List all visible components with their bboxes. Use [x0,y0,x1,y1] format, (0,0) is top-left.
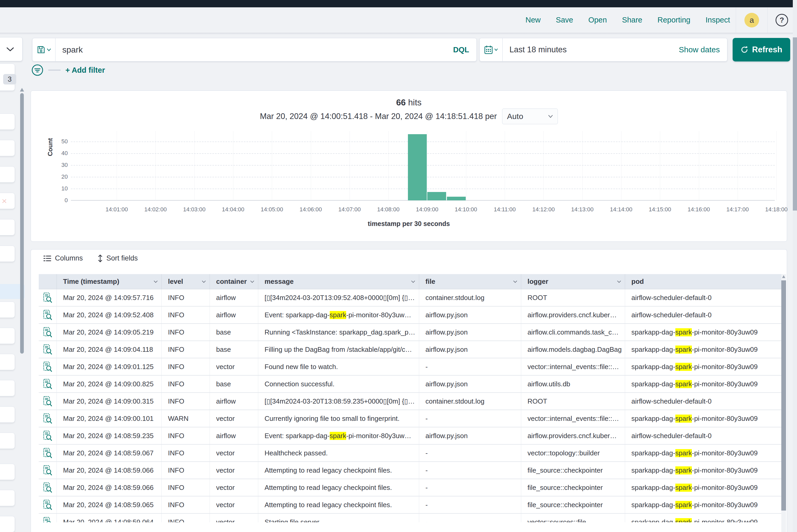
cell-pod: sparkapp-dag-spark-pi-monitor-80y3uw09 [625,445,781,461]
cell-time: Mar 20, 2024 @ 14:09:04.118 [57,341,162,358]
field-card-stub[interactable] [0,114,15,130]
expand-document-button[interactable] [39,393,57,410]
columns-button[interactable]: Columns [43,254,83,262]
cell-container: vector [209,479,258,496]
query-language-button[interactable]: DQL [453,45,477,54]
table-row: Mar 20, 2024 @ 14:09:00.315INFOairflow[▯… [39,393,781,410]
show-dates-button[interactable]: Show dates [679,45,727,54]
x-axis-tick-label: 14:04:00 [222,206,244,213]
nav-link-inspect[interactable]: Inspect [706,16,730,24]
expand-document-button[interactable] [39,324,57,341]
chevron-down-icon[interactable] [513,280,517,283]
column-header-message[interactable]: message [258,274,419,289]
expand-document-button[interactable] [39,358,57,375]
field-card-stub[interactable]: × [0,193,15,209]
nav-link-save[interactable]: Save [556,16,573,24]
avatar[interactable]: a [744,13,759,27]
cell-logger: file_source::checkpointer [521,462,625,479]
field-card-stub[interactable] [0,328,15,344]
chevron-down-icon[interactable] [411,280,415,283]
cell-logger: vector::internal_events::file::… [521,410,625,427]
cell-file: airflow.py.json [419,324,521,341]
column-header-file[interactable]: file [419,274,521,289]
field-card-stub[interactable] [0,354,15,370]
histogram-bar[interactable] [427,192,446,201]
date-quick-select-button[interactable] [480,38,503,61]
field-card-stub[interactable] [0,140,15,156]
chevron-down-icon [548,115,553,118]
nav-link-share[interactable]: Share [622,16,642,24]
page-scrollbar-thumb[interactable] [793,37,797,211]
chevron-down-icon[interactable] [250,280,254,283]
search-input[interactable]: spark [55,45,453,55]
time-range-text: Mar 20, 2024 @ 14:00:51.418 - Mar 20, 20… [260,112,497,121]
expand-document-button[interactable] [39,428,57,444]
expand-document-button[interactable] [39,289,57,306]
chevron-down-icon[interactable] [153,280,158,283]
field-card-stub[interactable] [0,219,15,235]
expand-document-button[interactable] [39,479,57,496]
field-card-stub[interactable] [0,380,15,396]
refresh-button[interactable]: Refresh [733,38,790,61]
nav-link-reporting[interactable]: Reporting [657,16,690,24]
column-header-level[interactable]: level [162,274,209,289]
chevron-down-icon[interactable] [617,280,621,283]
histogram-plot: 14:01:0014:02:0014:03:0014:04:0014:05:00… [71,131,775,201]
nav-link-open[interactable]: Open [588,16,607,24]
expand-document-button[interactable] [39,445,57,461]
saved-query-menu-button[interactable] [33,38,55,61]
column-header-time-timestamp[interactable]: Time (timestamp) [57,274,162,289]
cell-container: vector [209,514,258,522]
column-header-logger[interactable]: logger [521,274,625,289]
cell-level: INFO [162,514,209,522]
hits-count: 66 [396,98,406,107]
interval-select[interactable]: Auto [502,109,558,124]
collapse-sidebar-button[interactable] [0,37,22,61]
expand-document-button[interactable] [39,410,57,427]
nav-link-new[interactable]: New [525,16,541,24]
expand-document-button[interactable] [39,341,57,358]
field-card-stub[interactable] [0,406,15,423]
cell-level: INFO [162,376,209,392]
x-axis-tick-label: 14:18:00 [765,206,787,213]
refresh-label: Refresh [752,45,782,54]
field-card-stub[interactable] [0,433,15,449]
chevron-down-icon [47,49,51,51]
field-card-stub[interactable] [0,516,15,532]
search-highlight: spark [675,345,692,354]
field-card-stub[interactable] [0,302,15,318]
cell-pod: sparkapp-dag-spark-pi-monitor-80y3uw09 [625,324,781,341]
sort-fields-button[interactable]: Sort fields [98,254,138,262]
inspect-document-icon [43,482,52,493]
chevron-down-icon[interactable] [202,280,206,283]
histogram-bar[interactable] [447,197,466,201]
column-header-pod[interactable]: pod [625,274,781,289]
expand-document-button[interactable] [39,306,57,323]
cell-container: airflow [209,393,258,410]
table-scrollbar-arrow[interactable] [782,275,785,278]
cell-time: Mar 20, 2024 @ 14:09:00.825 [57,376,162,392]
cell-pod: airflow-scheduler-default-0 [625,306,781,323]
add-filter-button[interactable]: + Add filter [66,66,105,75]
table-scrollbar-thumb[interactable] [781,280,786,511]
histogram-bar[interactable] [408,134,427,201]
expand-document-button[interactable] [39,462,57,479]
field-card-stub[interactable] [0,166,15,183]
x-axis-title: timestamp per 30 seconds [31,220,787,228]
expand-document-button[interactable] [39,514,57,522]
time-range-value[interactable]: Last 18 minutes [503,45,679,54]
filter-icon[interactable] [32,64,43,76]
help-icon[interactable]: ? [776,14,788,26]
cell-message: Event: sparkapp-dag-spark-pi-monitor-80y… [258,428,419,444]
field-card-stub[interactable] [0,246,15,262]
expand-document-button[interactable] [39,376,57,392]
expand-document-button[interactable] [39,496,57,513]
remove-field-icon[interactable]: × [0,193,15,209]
column-header-container[interactable]: container [209,274,258,289]
field-card-stub[interactable] [0,464,15,480]
cell-file: airflow.py.json [419,306,521,323]
rail-scrollbar[interactable] [20,93,24,354]
cell-time: Mar 20, 2024 @ 14:08:59.066 [57,479,162,496]
field-card-stub[interactable] [0,490,15,506]
rail-scrollbar-arrow[interactable] [20,88,24,92]
